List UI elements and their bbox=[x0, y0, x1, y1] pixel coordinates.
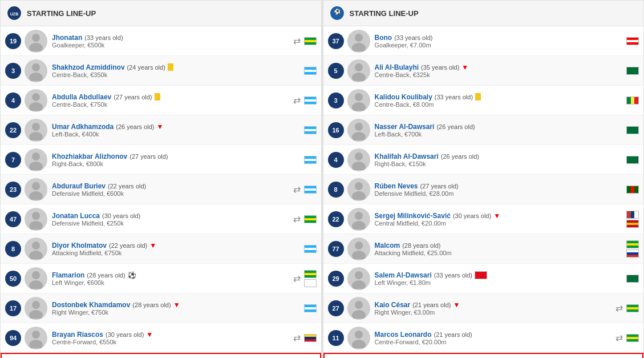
flag-saudi-icon bbox=[626, 156, 639, 164]
substitution-icon: ⇄ bbox=[293, 184, 301, 195]
player-name[interactable]: Umar Adkhamzoda bbox=[52, 123, 114, 131]
flag-saudi-icon bbox=[626, 275, 639, 283]
player-info: Abdurauf Buriev(22 years old)Defensive M… bbox=[52, 182, 289, 197]
player-number: 94 bbox=[5, 330, 21, 346]
player-photo bbox=[347, 238, 370, 260]
player-position: Attacking Midfield, €25.00m bbox=[375, 250, 619, 256]
player-photo bbox=[347, 267, 370, 290]
player-photo bbox=[25, 297, 47, 320]
player-info: Brayan Riascos(30 years old)▼Centre-Forw… bbox=[52, 331, 289, 345]
player-age: (27 years old) bbox=[114, 94, 152, 100]
player-flags bbox=[626, 126, 639, 134]
player-row: 29 Salem Al-Dawsari(33 years old)Left Wi… bbox=[323, 264, 644, 293]
player-name[interactable]: Bono bbox=[375, 34, 392, 42]
player-number: 27 bbox=[328, 300, 344, 316]
player-name[interactable]: Flamarion bbox=[52, 271, 84, 279]
svg-point-41 bbox=[352, 251, 366, 259]
player-name[interactable]: Kaio César bbox=[375, 301, 411, 309]
player-name[interactable]: Nasser Al-Dawsari bbox=[375, 123, 435, 131]
player-name[interactable]: Khalifah Al-Dawsari bbox=[375, 152, 439, 160]
flag-uzbekistan-icon bbox=[304, 156, 317, 164]
flag-uzbekistan-icon bbox=[304, 67, 317, 75]
player-name[interactable]: Jonatan Lucca bbox=[52, 212, 100, 220]
player-row: 37 Bono(33 years old)Goalkeeper, €7.00m bbox=[323, 26, 644, 56]
player-action-icons: ⇄ bbox=[293, 214, 301, 224]
player-flags bbox=[304, 270, 317, 287]
right-footer: Foreigners: 7 (63.6%) Avg. age: 28.9 Pur… bbox=[323, 353, 644, 358]
svg-point-34 bbox=[355, 152, 363, 160]
player-info: Diyor Kholmatov(22 years old)▼Attacking … bbox=[52, 242, 296, 256]
player-name[interactable]: Kalidou Koulibaly bbox=[375, 93, 432, 101]
player-info: Sergej Milinković-Savić(30 years old)▼Ce… bbox=[375, 212, 619, 227]
player-name[interactable]: Sergej Milinković-Savić bbox=[375, 212, 451, 220]
svg-point-46 bbox=[355, 331, 363, 339]
player-number: 29 bbox=[328, 271, 344, 287]
player-name[interactable]: Malcom bbox=[375, 242, 400, 250]
player-row: 7 Khozhiakbar Alizhonov(27 years old)Rig… bbox=[1, 145, 321, 175]
svg-point-5 bbox=[29, 73, 43, 81]
player-flags bbox=[626, 304, 639, 312]
player-position: Centre-Forward, €20.00m bbox=[375, 339, 611, 345]
player-action-icons: ⇄ bbox=[615, 303, 623, 313]
player-name[interactable]: Rúben Neves bbox=[375, 182, 418, 190]
player-name[interactable]: Salem Al-Dawsari bbox=[375, 271, 432, 279]
flag-brazil-icon bbox=[626, 334, 639, 342]
player-info: Dostonbek Khamdamov(28 years old)▼Right … bbox=[52, 301, 296, 316]
player-info: Jhonatan(33 years old)Goalkeeper, €500k bbox=[52, 34, 289, 49]
player-flags bbox=[304, 215, 317, 223]
player-position: Centre-Back, €325k bbox=[375, 71, 619, 78]
flag-brazil-icon bbox=[304, 37, 317, 45]
player-age: (33 years old) bbox=[434, 272, 472, 279]
svg-point-37 bbox=[352, 191, 366, 200]
player-row: 94 Brayan Riascos(30 years old)▼Centre-F… bbox=[1, 323, 321, 353]
player-name[interactable]: Abdurauf Buriev bbox=[52, 182, 106, 190]
player-photo bbox=[25, 267, 47, 290]
svg-point-12 bbox=[32, 182, 40, 190]
flag-russia-icon bbox=[626, 250, 639, 258]
player-name[interactable]: Dostonbek Khamdamov bbox=[52, 301, 130, 309]
player-name[interactable]: Brayan Riascos bbox=[52, 331, 103, 339]
player-photo bbox=[25, 148, 47, 171]
right-team-header: ⚽ STARTING LINE-UP bbox=[323, 1, 644, 26]
player-number: 77 bbox=[328, 241, 344, 257]
player-row: 5 Ali Al-Bulayhi(35 years old)▼Centre-Ba… bbox=[323, 56, 644, 86]
player-photo bbox=[347, 327, 370, 349]
player-position: Left Winger, €600k bbox=[52, 279, 289, 286]
player-name[interactable]: Ali Al-Bulayhi bbox=[375, 63, 419, 71]
player-name[interactable]: Marcos Leonardo bbox=[375, 331, 432, 339]
substitution-icon: ⇄ bbox=[615, 303, 623, 313]
player-number: 47 bbox=[5, 211, 21, 227]
flag-uzbekistan-icon bbox=[304, 96, 317, 104]
player-photo bbox=[347, 178, 370, 201]
svg-text:UZB: UZB bbox=[10, 12, 18, 16]
player-photo bbox=[347, 148, 370, 171]
player-info: Nasser Al-Dawsari(26 years old)Left-Back… bbox=[375, 123, 619, 138]
svg-point-31 bbox=[352, 102, 366, 111]
player-info: Khalifah Al-Dawsari(26 years old)Right-B… bbox=[375, 152, 619, 167]
svg-point-22 bbox=[32, 331, 40, 339]
player-age: (33 years old) bbox=[84, 34, 123, 41]
flag-uzbekistan-icon bbox=[304, 186, 317, 194]
player-row: 22 Sergej Milinković-Savić(30 years old)… bbox=[323, 204, 644, 234]
svg-point-15 bbox=[29, 221, 43, 230]
player-position: Defensive Midfield, €250k bbox=[52, 220, 289, 227]
player-number: 8 bbox=[328, 182, 344, 198]
player-name[interactable]: Shakhzod Azmiddinov bbox=[52, 63, 125, 71]
svg-point-7 bbox=[29, 102, 43, 111]
player-name[interactable]: Abdulla Abdullaev bbox=[52, 93, 111, 101]
main-container: UZB STARTING LINE-UP 19 Jhonatan(33 year… bbox=[0, 0, 644, 358]
player-name[interactable]: Diyor Kholmatov bbox=[52, 242, 107, 250]
right-team-logo: ⚽ bbox=[329, 5, 345, 21]
player-number: 7 bbox=[5, 152, 21, 168]
right-team-title: STARTING LINE-UP bbox=[350, 9, 419, 18]
inline-flag-icon bbox=[475, 271, 487, 279]
player-info: Bono(33 years old)Goalkeeper, €7.00m bbox=[375, 34, 619, 49]
flag-brazil-icon bbox=[304, 270, 317, 278]
player-name[interactable]: Khozhiakbar Alizhonov bbox=[52, 152, 127, 160]
player-name[interactable]: Jhonatan bbox=[52, 34, 82, 42]
player-flags bbox=[626, 96, 639, 104]
player-number: 16 bbox=[328, 122, 344, 138]
player-action-icons: ⇄ bbox=[293, 35, 301, 46]
substitution-out-icon: ▼ bbox=[493, 212, 500, 220]
player-position: Centre-Forward, €550k bbox=[52, 339, 289, 345]
